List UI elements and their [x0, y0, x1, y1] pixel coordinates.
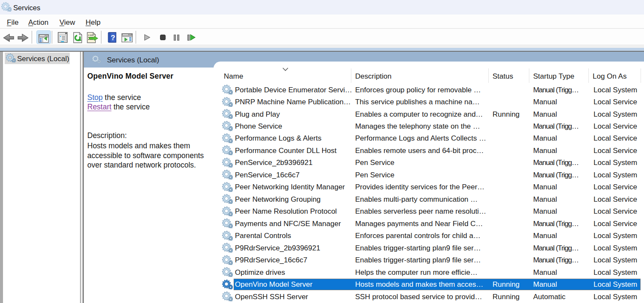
svg-text:?: ?	[111, 34, 115, 42]
